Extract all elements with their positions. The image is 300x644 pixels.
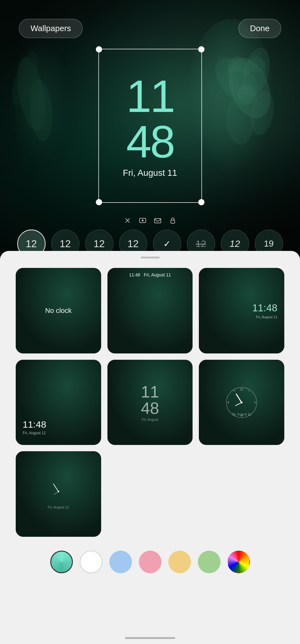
clock-hour-display: 11: [126, 74, 174, 119]
color-picker-row: [0, 541, 300, 580]
clock-style-label-6: 12: [196, 238, 206, 249]
clock-style-label-7: 12: [230, 238, 240, 249]
corner-handle-tr[interactable]: [198, 46, 205, 53]
done-button[interactable]: Done: [238, 19, 281, 38]
clock-thumb-left-digital[interactable]: 11:48 Fri, August 11: [16, 360, 101, 445]
line-analog-display: Fri, August 11: [16, 451, 101, 537]
floral-svg-left: [6, 31, 69, 157]
no-clock-label: No clock: [16, 268, 101, 353]
clock-style-check-icon: ✓: [163, 239, 171, 249]
color-swatch-pink[interactable]: [139, 551, 161, 573]
topbar-time-label: 11:48 Fri, August 11: [107, 272, 193, 277]
missed-call-icon: [123, 215, 133, 225]
svg-line-23: [236, 402, 242, 406]
right-digital-display: 11:48 Fri, August 11: [252, 302, 277, 319]
corner-handle-br[interactable]: [198, 199, 205, 205]
clock-date-display: Fri, August 11: [123, 168, 177, 178]
message-icon: [138, 215, 148, 225]
svg-rect-12: [171, 220, 175, 223]
top-bar: Wallpapers Done: [0, 19, 300, 38]
clock-style-grid: No clock 11:48 Fri, August 11 11:48 Fri,…: [0, 268, 300, 537]
svg-line-22: [236, 394, 242, 402]
notification-icons-row: [123, 215, 178, 225]
clock-style-label-2: 12: [60, 238, 71, 250]
svg-text:3: 3: [254, 401, 256, 404]
clock-style-label-8: 19: [264, 239, 274, 249]
svg-point-24: [241, 402, 243, 403]
clock-minute-display: 48: [126, 119, 174, 165]
clock-thumb-right-digital[interactable]: 11:48 Fri, August 11: [199, 268, 284, 353]
email-icon: [153, 215, 163, 225]
analog-clock-display: 12 3 6 9 2 4 8 10: [199, 360, 284, 445]
svg-text:9: 9: [228, 401, 229, 404]
clock-style-label-4: 12: [128, 238, 139, 250]
centered-large-display: 11 48 Fri, August: [107, 360, 193, 445]
clock-style-label-3: 12: [94, 238, 105, 250]
corner-handle-tl[interactable]: [96, 46, 102, 53]
line-clock-svg: [46, 479, 71, 504]
color-swatch-blue[interactable]: [109, 551, 132, 573]
color-swatch-teal[interactable]: [50, 551, 73, 573]
left-digital-display: 11:48 Fri, August 11: [23, 419, 46, 436]
sheet-handle[interactable]: [141, 257, 160, 258]
color-swatch-yellow[interactable]: [168, 551, 191, 573]
svg-point-27: [57, 491, 59, 492]
svg-rect-11: [155, 219, 161, 223]
svg-text:10: 10: [233, 390, 236, 392]
svg-text:2: 2: [248, 390, 249, 392]
clock-style-label-1: 12: [26, 238, 37, 250]
analog-face: 12 3 6 9 2 4 8 10: [224, 385, 259, 420]
lock-icon: [168, 215, 178, 225]
clock-thumb-centered-large[interactable]: 11 48 Fri, August: [107, 360, 193, 445]
clock-thumb-line-analog[interactable]: Fri, August 11: [16, 451, 101, 537]
color-swatch-white[interactable]: [80, 551, 102, 573]
clock-thumb-analog[interactable]: 12 3 6 9 2 4 8 10: [199, 360, 284, 445]
svg-point-10: [142, 219, 144, 221]
color-swatch-green[interactable]: [198, 551, 221, 573]
wallpapers-button[interactable]: Wallpapers: [19, 19, 83, 38]
clock-frame: 11 48 Fri, August 11: [98, 49, 202, 203]
svg-text:12: 12: [240, 388, 243, 391]
clock-thumb-topbar[interactable]: 11:48 Fri, August 11: [107, 268, 193, 353]
clock-thumb-no-clock[interactable]: No clock: [16, 268, 101, 353]
corner-handle-bl[interactable]: [96, 199, 102, 205]
bottom-sheet: No clock 11:48 Fri, August 11 11:48 Fri,…: [0, 251, 300, 644]
svg-point-5: [226, 94, 254, 145]
svg-line-25: [53, 484, 58, 491]
svg-line-26: [54, 491, 58, 495]
home-indicator: [125, 637, 175, 639]
color-swatch-rainbow[interactable]: [227, 551, 250, 573]
